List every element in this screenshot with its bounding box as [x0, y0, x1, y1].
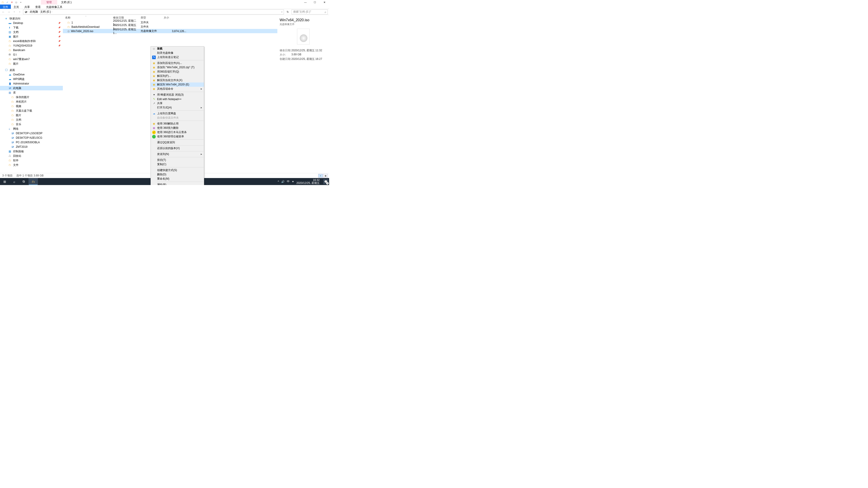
- crumb-sep-icon[interactable]: ›: [39, 11, 39, 13]
- nav-item[interactable]: 文档📌: [0, 30, 63, 34]
- nav-item[interactable]: 图片: [0, 113, 63, 118]
- maximize-button[interactable]: ☐: [310, 0, 320, 4]
- context-menu-item[interactable]: ▣解压到当前文件夹(X): [151, 78, 204, 83]
- view-icons-button[interactable]: ▦: [323, 174, 328, 177]
- ribbon-tab-share[interactable]: 共享: [22, 4, 33, 9]
- context-menu-item[interactable]: ✦用 蜂蜜浏览器 浏览(3): [151, 93, 204, 97]
- nav-item[interactable]: 音乐: [0, 122, 63, 127]
- crumb-dropdown-icon[interactable]: v: [281, 11, 282, 13]
- nav-item[interactable]: ZMT2019: [0, 144, 63, 149]
- nav-history-dropdown[interactable]: ▾: [12, 11, 16, 13]
- nav-item[interactable]: 此电脑: [0, 86, 63, 90]
- nav-item[interactable]: 本机照片: [0, 99, 63, 104]
- file-row[interactable]: 🗀12020/12/15, 星期二 1...文件夹: [63, 20, 277, 25]
- close-button[interactable]: ✕: [320, 0, 329, 4]
- nav-item[interactable]: 软件: [0, 158, 63, 163]
- crumb-this-pc[interactable]: 此电脑: [30, 10, 38, 14]
- nav-item[interactable]: PC-20190530OBLA: [0, 140, 63, 144]
- context-menu-item[interactable]: 重命名(M): [151, 177, 204, 181]
- nav-item[interactable]: 网络: [0, 127, 63, 131]
- nav-item[interactable]: Bandicam: [0, 48, 63, 53]
- nav-item[interactable]: 天翼云盘下载: [0, 108, 63, 113]
- nav-up-button[interactable]: ↑: [18, 10, 22, 13]
- search-icon[interactable]: ⌕: [324, 10, 326, 13]
- nav-item[interactable]: DESKTOP-NJEU3CG: [0, 135, 63, 140]
- context-menu-item[interactable]: ▣其他压缩命令▶: [151, 87, 204, 91]
- qat-close-icon[interactable]: ✕: [10, 0, 13, 4]
- context-menu-item[interactable]: ▣解压到 Win7x64_2020\ (E): [151, 83, 204, 87]
- qat-mount-icon[interactable]: ◎: [14, 0, 18, 4]
- nav-item[interactable]: OneDrive: [0, 72, 63, 77]
- nav-item[interactable]: 文档: [0, 118, 63, 122]
- start-button[interactable]: ⊞: [0, 178, 9, 185]
- file-row[interactable]: ◎Win7x64_2020.iso2020/12/25, 星期五 1...光盘映…: [63, 29, 277, 33]
- nav-item[interactable]: WPS网盘: [0, 77, 63, 81]
- context-menu-item[interactable]: 发送到(N)▶: [151, 152, 204, 156]
- action-center-button[interactable]: 💬 3: [323, 179, 328, 184]
- col-size[interactable]: 大小: [164, 16, 188, 20]
- minimize-button[interactable]: —: [301, 0, 310, 4]
- crumb-sep-icon[interactable]: ›: [28, 11, 29, 13]
- nav-back-button[interactable]: ←: [1, 10, 5, 13]
- nav-item[interactable]: 快速访问: [0, 16, 63, 21]
- context-menu-item[interactable]: 使用 360管理右键菜单: [151, 134, 204, 139]
- context-menu-item[interactable]: ▣添加到 "Win7x64_2020.zip" (T): [151, 65, 204, 70]
- nav-item[interactable]: 下载📌: [0, 25, 63, 30]
- nav-item[interactable]: 图片: [0, 61, 63, 66]
- nav-item[interactable]: 视频: [0, 104, 63, 108]
- tray-overflow-icon[interactable]: ^: [278, 180, 279, 183]
- context-menu-item[interactable]: 还原以前的版本(V): [151, 146, 204, 151]
- nav-item[interactable]: YUNQISHI2019📌: [0, 43, 63, 48]
- nav-forward-button[interactable]: →: [7, 10, 11, 13]
- context-menu-item[interactable]: 属性(R): [151, 183, 204, 185]
- ribbon-tab-view[interactable]: 查看: [33, 4, 43, 9]
- nav-item[interactable]: G:\: [0, 53, 63, 57]
- nav-item[interactable]: DESKTOP-LSSOEDP: [0, 131, 63, 135]
- context-menu-item[interactable]: 复制(C): [151, 162, 204, 166]
- crumb-drive[interactable]: 文档 (E:): [40, 10, 51, 14]
- refresh-button[interactable]: ↻: [285, 10, 290, 13]
- nav-item[interactable]: 回收站: [0, 154, 63, 158]
- context-menu-item[interactable]: ✓使用 360进行木马云查杀: [151, 130, 204, 134]
- tray-volume-icon[interactable]: 🔊: [281, 180, 285, 183]
- crumb-sep-icon[interactable]: ›: [52, 11, 53, 13]
- context-menu-item[interactable]: ▣使用 360解除占用: [151, 122, 204, 126]
- nav-item[interactable]: Desktop📌: [0, 21, 63, 25]
- taskbar-explorer-button[interactable]: 🗀: [29, 178, 38, 185]
- context-menu-item[interactable]: ▣解压到(F)...: [151, 74, 204, 78]
- nav-item[interactable]: 文件: [0, 163, 63, 167]
- breadcrumb[interactable]: 🖳 › 此电脑 › 文档 (E:) › v: [23, 9, 284, 14]
- search-input[interactable]: 搜索"文档 (E:)" ⌕: [291, 9, 328, 14]
- context-menu-item[interactable]: ◎装载: [151, 46, 204, 51]
- context-menu-item[interactable]: ☁上传到百度网盘: [151, 111, 204, 116]
- taskbar-clock[interactable]: 16:32 2020/12/25, 星期五: [296, 179, 321, 185]
- qat-dropdown-icon[interactable]: ▾: [19, 0, 23, 4]
- col-name[interactable]: 名称^: [63, 16, 113, 20]
- ribbon-tab-disc-tools[interactable]: 光盘映像工具: [43, 4, 65, 9]
- col-type[interactable]: 类型: [141, 16, 164, 20]
- context-menu-item[interactable]: ▣添加到压缩文件(A)...: [151, 61, 204, 65]
- context-menu-item[interactable]: 删除(D): [151, 172, 204, 177]
- nav-item[interactable]: 图片📌: [0, 34, 63, 39]
- view-details-button[interactable]: ≡: [318, 174, 323, 177]
- context-menu-item[interactable]: ▣用360压缩打开(Q): [151, 70, 204, 74]
- nav-item[interactable]: 控制面板: [0, 149, 63, 154]
- context-menu-item[interactable]: 打开方式(H)▶: [151, 105, 204, 110]
- context-menu-item[interactable]: ▦使用 360强力删除: [151, 126, 204, 130]
- context-menu-item[interactable]: ✎上传到有道云笔记: [151, 55, 204, 59]
- tray-ime-icon[interactable]: 中: [287, 180, 289, 184]
- qat-check-icon[interactable]: ✓: [5, 0, 9, 4]
- context-menu-item[interactable]: 剪切(T): [151, 158, 204, 162]
- taskbar-search-button[interactable]: ⌕: [9, 178, 19, 185]
- context-menu-item[interactable]: ↗共享: [151, 101, 204, 105]
- context-menu-item[interactable]: 刻录光盘映像: [151, 51, 204, 55]
- context-menu-item[interactable]: ✎Edit with Notepad++: [151, 97, 204, 101]
- tray-network-icon[interactable]: ✦: [292, 180, 294, 183]
- nav-item[interactable]: win7重装win7: [0, 57, 63, 61]
- context-menu-item[interactable]: 通过QQ发送到: [151, 140, 204, 144]
- nav-item[interactable]: excel表格制作求和📌: [0, 39, 63, 43]
- ribbon-tab-file[interactable]: 文件: [0, 4, 11, 9]
- nav-item[interactable]: 库: [0, 90, 63, 95]
- task-view-button[interactable]: ⧉: [19, 178, 29, 185]
- ribbon-tab-home[interactable]: 主页: [11, 4, 22, 9]
